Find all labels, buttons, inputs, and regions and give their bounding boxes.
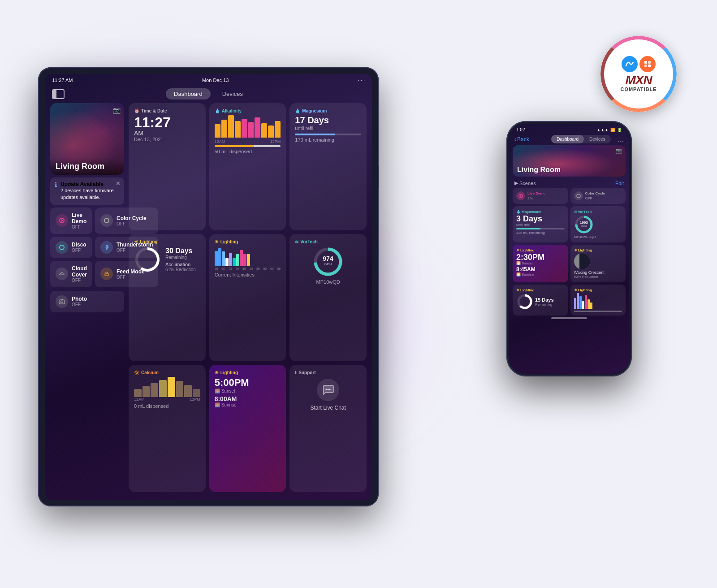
- phone-tab-devices[interactable]: Devices: [584, 135, 611, 143]
- tab-devices[interactable]: Devices: [214, 88, 251, 99]
- card-period: AM: [134, 130, 200, 137]
- camera-icon[interactable]: 📷: [113, 107, 121, 114]
- tablet-content: 📷 Living Room ℹ Update Available 2 devic…: [45, 103, 372, 497]
- tablet-screen: 11:27 AM Mon Dec 13 · · · Dashboard Devi…: [45, 74, 372, 500]
- phone-card-color-cycle: Color Cycle OFF: [570, 188, 626, 204]
- info-icon: ℹ: [55, 181, 57, 188]
- card-label-lighting2: ☀ Lighting: [215, 239, 281, 244]
- scene-info-photo: Photo OFF: [72, 296, 119, 307]
- phone-tab-dashboard[interactable]: Dashboard: [551, 135, 584, 143]
- phone-acclimation-donut: [516, 293, 533, 310]
- phone-scenes-title: ▶ Scenes: [514, 180, 536, 186]
- arrow-right-icon: ▶: [514, 180, 518, 186]
- acclimation-content: 30 Days Remaining Acclimation 61% Reduct…: [134, 246, 200, 273]
- support-cta[interactable]: Start Live Chat: [295, 405, 361, 411]
- scene-icon-cloud: [56, 268, 68, 280]
- scene-live-demo[interactable]: Live Demo OFF: [50, 208, 92, 234]
- card-support: ℹ Support Start Live Chat: [289, 365, 367, 492]
- lighting-time: 5:00PM: [215, 377, 281, 389]
- magnesium-remaining: 170 mL remaining: [295, 137, 361, 143]
- phone-statusbar: 1:02 ▲▲▲ 📶 🔋: [509, 124, 629, 134]
- scene-icon-color-cycle: [100, 214, 113, 227]
- scene-disco[interactable]: Disco OFF: [50, 237, 92, 258]
- sun-icon-3: ☀: [215, 370, 219, 375]
- card-lighting-acclimation: ☀ Lighting 30 Days Remaining Accl: [129, 234, 206, 361]
- scene-status-disco: OFF: [72, 248, 87, 253]
- svg-text:1903: 1903: [580, 220, 588, 225]
- phone-scenes-edit[interactable]: Edit: [615, 181, 624, 186]
- tablet-nav: Dashboard Devices: [45, 86, 372, 103]
- acclimation-label: Acclimation: [165, 262, 196, 267]
- scene-info-cloud-cover: Cloud Cover OFF: [72, 265, 87, 283]
- more-button[interactable]: ...: [618, 135, 624, 143]
- home-indicator: [551, 317, 587, 319]
- phone-acclimation-content: 15 Days Remaining: [516, 293, 565, 310]
- phone-label-color-cycle: Color Cycle: [585, 191, 605, 195]
- svg-point-15: [328, 389, 329, 390]
- phone-sun-icon-4: ☀: [574, 288, 577, 292]
- svg-text:GPH: GPH: [324, 262, 332, 266]
- scene-name-live-demo: Live Demo: [72, 212, 87, 225]
- tank-name: Living Room: [56, 162, 119, 171]
- phone-sun-icon-2: ☀: [574, 248, 577, 252]
- scene-photo[interactable]: Photo OFF: [50, 291, 124, 312]
- phone-card-live-demo: Live Demo 25s: [513, 188, 568, 204]
- tank-image-overlay: Living Room: [50, 158, 124, 175]
- svg-point-0: [60, 218, 64, 223]
- phone-cards-grid: Live Demo 25s Color Cycle OFF: [509, 188, 629, 316]
- update-text: Update Available 2 devices have firmware…: [60, 181, 120, 201]
- alkalinity-progress: [215, 145, 281, 147]
- phone-card-vortech: ≋ VorTech 1903 GPH MP40wG3QD: [570, 206, 626, 242]
- phone-sunrise-text: Sunrise: [522, 272, 534, 277]
- sidebar-toggle-icon[interactable]: [52, 89, 65, 99]
- phone-status-icons: ▲▲▲ 📶 🔋: [596, 128, 622, 132]
- scene-cloud-cover[interactable]: Cloud Cover OFF: [50, 261, 92, 287]
- phone-camera-icon[interactable]: 📷: [616, 148, 622, 154]
- card-label-alkalinity: 💧 Alkalinity: [215, 108, 281, 113]
- card-time-value: 11:27: [134, 115, 200, 130]
- tablet-sidebar: 📷 Living Room ℹ Update Available 2 devic…: [50, 103, 124, 492]
- update-banner: ℹ Update Available 2 devices have firmwa…: [50, 177, 124, 205]
- phone-card-acclimation: ☀ Lighting 15 Days Remaining: [513, 285, 568, 316]
- chart-axis: 12AM 12PM: [215, 139, 281, 144]
- live-demo-content: Live Demo 25s: [516, 191, 565, 200]
- chevron-left-icon: ‹: [514, 136, 516, 143]
- scene-name-disco: Disco: [72, 242, 87, 248]
- phone-nav: ‹ Back Dashboard Devices ...: [509, 134, 629, 145]
- tab-dashboard[interactable]: Dashboard: [166, 88, 211, 99]
- close-icon[interactable]: ✕: [116, 180, 121, 187]
- phone-magnesium-value: 3 Days: [516, 215, 565, 223]
- clock-icon: ⏰: [134, 108, 139, 113]
- card-vortech: ≋ VorTech 974 GPH MP10wQD: [289, 234, 367, 361]
- phone-magnesium-progress: [516, 228, 565, 229]
- sunrise-label: 🌅 Sunrise: [215, 402, 281, 407]
- update-message: 2 devices have firmware updates availabl…: [60, 187, 120, 201]
- phone-vortech-gauge: 1903 GPH: [574, 215, 594, 235]
- drop-icon-2: 💧: [295, 108, 300, 113]
- phone-sunrise-label: 🌅 Sunrise: [516, 272, 565, 277]
- phone-wave-icon: ≋: [574, 210, 577, 214]
- phone-sun-icon: ☀: [516, 248, 519, 252]
- update-title: Update Available: [60, 181, 120, 187]
- scene-icon-photo: [56, 295, 68, 308]
- scene-status-photo: OFF: [72, 302, 119, 307]
- card-label-calcium: 🔆 Calcium: [134, 370, 200, 375]
- color-cycle-content: Color Cycle OFF: [574, 191, 622, 200]
- card-label-magnesium: 💧 Magnesium: [295, 108, 361, 113]
- phone-label-magnesium: 💧 Magnesium: [516, 210, 565, 214]
- phone-label-bars: ☀ Lighting: [574, 288, 622, 292]
- color-cycle-dot: [574, 191, 583, 200]
- acclimation-text: 30 Days Remaining Acclimation 61% Reduct…: [165, 247, 196, 272]
- phone-drop-icon: 💧: [516, 210, 521, 214]
- back-button[interactable]: ‹ Back: [514, 136, 529, 143]
- phone-acclimation-text: 15 Days Remaining: [535, 297, 554, 307]
- tank-image-card: 📷 Living Room: [50, 103, 124, 175]
- phone-lighting-time: 2:30PM: [516, 253, 565, 261]
- lighting-time2: 8:00AM: [215, 395, 281, 402]
- svg-rect-6: [59, 300, 65, 304]
- acclimation-days: 30 Days: [165, 247, 196, 255]
- info-icon-support: ℹ: [295, 370, 297, 375]
- scene-status-live-demo: OFF: [72, 225, 87, 229]
- phone-acclimation-sub: Remaining: [535, 303, 554, 307]
- wave-icon: ≋: [295, 239, 298, 244]
